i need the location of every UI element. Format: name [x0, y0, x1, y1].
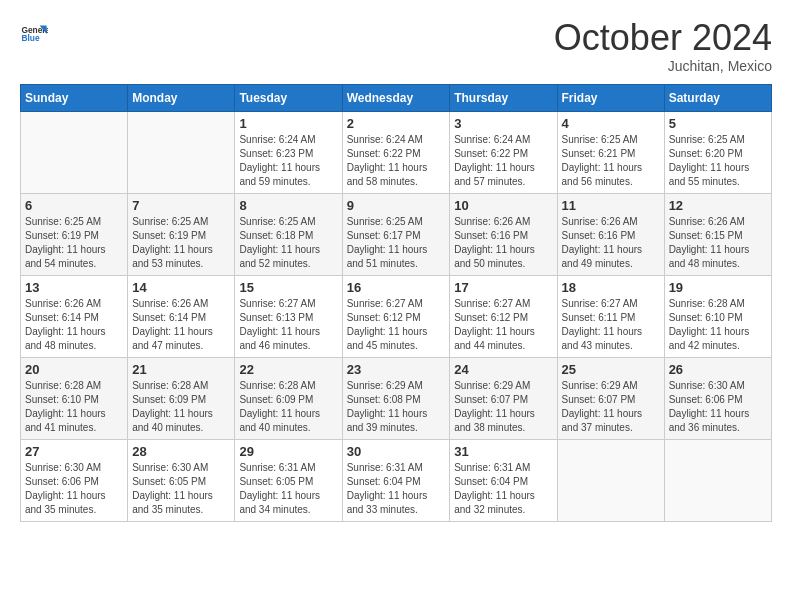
header-row: SundayMondayTuesdayWednesdayThursdayFrid… — [21, 85, 772, 112]
day-info: Sunrise: 6:25 AM Sunset: 6:18 PM Dayligh… — [239, 215, 337, 271]
day-info: Sunrise: 6:24 AM Sunset: 6:22 PM Dayligh… — [347, 133, 446, 189]
day-number: 30 — [347, 444, 446, 459]
day-info: Sunrise: 6:30 AM Sunset: 6:05 PM Dayligh… — [132, 461, 230, 517]
calendar-cell: 19Sunrise: 6:28 AM Sunset: 6:10 PM Dayli… — [664, 276, 771, 358]
col-header-sunday: Sunday — [21, 85, 128, 112]
calendar-week-1: 1Sunrise: 6:24 AM Sunset: 6:23 PM Daylig… — [21, 112, 772, 194]
day-info: Sunrise: 6:26 AM Sunset: 6:15 PM Dayligh… — [669, 215, 767, 271]
calendar-cell: 3Sunrise: 6:24 AM Sunset: 6:22 PM Daylig… — [450, 112, 557, 194]
day-info: Sunrise: 6:27 AM Sunset: 6:12 PM Dayligh… — [347, 297, 446, 353]
day-info: Sunrise: 6:25 AM Sunset: 6:17 PM Dayligh… — [347, 215, 446, 271]
day-number: 3 — [454, 116, 552, 131]
day-info: Sunrise: 6:29 AM Sunset: 6:08 PM Dayligh… — [347, 379, 446, 435]
calendar-cell: 6Sunrise: 6:25 AM Sunset: 6:19 PM Daylig… — [21, 194, 128, 276]
calendar-cell — [557, 440, 664, 522]
day-info: Sunrise: 6:28 AM Sunset: 6:10 PM Dayligh… — [25, 379, 123, 435]
calendar-cell — [128, 112, 235, 194]
month-title: October 2024 — [554, 20, 772, 56]
day-number: 2 — [347, 116, 446, 131]
calendar-body: 1Sunrise: 6:24 AM Sunset: 6:23 PM Daylig… — [21, 112, 772, 522]
day-number: 9 — [347, 198, 446, 213]
calendar-cell: 18Sunrise: 6:27 AM Sunset: 6:11 PM Dayli… — [557, 276, 664, 358]
calendar-cell: 11Sunrise: 6:26 AM Sunset: 6:16 PM Dayli… — [557, 194, 664, 276]
day-info: Sunrise: 6:31 AM Sunset: 6:04 PM Dayligh… — [454, 461, 552, 517]
day-number: 11 — [562, 198, 660, 213]
day-number: 31 — [454, 444, 552, 459]
day-info: Sunrise: 6:31 AM Sunset: 6:05 PM Dayligh… — [239, 461, 337, 517]
location-subtitle: Juchitan, Mexico — [554, 58, 772, 74]
calendar-cell: 2Sunrise: 6:24 AM Sunset: 6:22 PM Daylig… — [342, 112, 450, 194]
day-info: Sunrise: 6:28 AM Sunset: 6:09 PM Dayligh… — [132, 379, 230, 435]
day-number: 23 — [347, 362, 446, 377]
calendar-week-4: 20Sunrise: 6:28 AM Sunset: 6:10 PM Dayli… — [21, 358, 772, 440]
calendar-cell: 4Sunrise: 6:25 AM Sunset: 6:21 PM Daylig… — [557, 112, 664, 194]
day-info: Sunrise: 6:25 AM Sunset: 6:19 PM Dayligh… — [132, 215, 230, 271]
day-info: Sunrise: 6:24 AM Sunset: 6:23 PM Dayligh… — [239, 133, 337, 189]
calendar-week-5: 27Sunrise: 6:30 AM Sunset: 6:06 PM Dayli… — [21, 440, 772, 522]
calendar-cell: 10Sunrise: 6:26 AM Sunset: 6:16 PM Dayli… — [450, 194, 557, 276]
calendar-cell: 7Sunrise: 6:25 AM Sunset: 6:19 PM Daylig… — [128, 194, 235, 276]
day-info: Sunrise: 6:28 AM Sunset: 6:09 PM Dayligh… — [239, 379, 337, 435]
calendar-cell — [21, 112, 128, 194]
calendar-cell: 31Sunrise: 6:31 AM Sunset: 6:04 PM Dayli… — [450, 440, 557, 522]
day-number: 20 — [25, 362, 123, 377]
day-info: Sunrise: 6:30 AM Sunset: 6:06 PM Dayligh… — [25, 461, 123, 517]
calendar-cell: 15Sunrise: 6:27 AM Sunset: 6:13 PM Dayli… — [235, 276, 342, 358]
calendar-cell: 25Sunrise: 6:29 AM Sunset: 6:07 PM Dayli… — [557, 358, 664, 440]
col-header-thursday: Thursday — [450, 85, 557, 112]
day-number: 29 — [239, 444, 337, 459]
calendar-cell: 20Sunrise: 6:28 AM Sunset: 6:10 PM Dayli… — [21, 358, 128, 440]
day-info: Sunrise: 6:30 AM Sunset: 6:06 PM Dayligh… — [669, 379, 767, 435]
day-number: 13 — [25, 280, 123, 295]
col-header-saturday: Saturday — [664, 85, 771, 112]
col-header-monday: Monday — [128, 85, 235, 112]
calendar-cell: 12Sunrise: 6:26 AM Sunset: 6:15 PM Dayli… — [664, 194, 771, 276]
col-header-wednesday: Wednesday — [342, 85, 450, 112]
calendar-cell: 22Sunrise: 6:28 AM Sunset: 6:09 PM Dayli… — [235, 358, 342, 440]
calendar-cell — [664, 440, 771, 522]
calendar-cell: 1Sunrise: 6:24 AM Sunset: 6:23 PM Daylig… — [235, 112, 342, 194]
day-number: 14 — [132, 280, 230, 295]
calendar-header: SundayMondayTuesdayWednesdayThursdayFrid… — [21, 85, 772, 112]
day-info: Sunrise: 6:26 AM Sunset: 6:14 PM Dayligh… — [132, 297, 230, 353]
calendar-table: SundayMondayTuesdayWednesdayThursdayFrid… — [20, 84, 772, 522]
calendar-cell: 29Sunrise: 6:31 AM Sunset: 6:05 PM Dayli… — [235, 440, 342, 522]
day-number: 15 — [239, 280, 337, 295]
day-number: 27 — [25, 444, 123, 459]
day-number: 10 — [454, 198, 552, 213]
calendar-cell: 23Sunrise: 6:29 AM Sunset: 6:08 PM Dayli… — [342, 358, 450, 440]
day-number: 24 — [454, 362, 552, 377]
day-info: Sunrise: 6:28 AM Sunset: 6:10 PM Dayligh… — [669, 297, 767, 353]
calendar-cell: 26Sunrise: 6:30 AM Sunset: 6:06 PM Dayli… — [664, 358, 771, 440]
day-info: Sunrise: 6:25 AM Sunset: 6:19 PM Dayligh… — [25, 215, 123, 271]
title-section: October 2024 Juchitan, Mexico — [554, 20, 772, 74]
day-info: Sunrise: 6:24 AM Sunset: 6:22 PM Dayligh… — [454, 133, 552, 189]
day-number: 21 — [132, 362, 230, 377]
day-number: 4 — [562, 116, 660, 131]
calendar-cell: 21Sunrise: 6:28 AM Sunset: 6:09 PM Dayli… — [128, 358, 235, 440]
day-number: 22 — [239, 362, 337, 377]
logo-icon: General Blue — [20, 20, 48, 48]
calendar-cell: 16Sunrise: 6:27 AM Sunset: 6:12 PM Dayli… — [342, 276, 450, 358]
col-header-tuesday: Tuesday — [235, 85, 342, 112]
day-info: Sunrise: 6:29 AM Sunset: 6:07 PM Dayligh… — [454, 379, 552, 435]
day-info: Sunrise: 6:27 AM Sunset: 6:12 PM Dayligh… — [454, 297, 552, 353]
day-number: 26 — [669, 362, 767, 377]
logo: General Blue — [20, 20, 48, 48]
calendar-week-3: 13Sunrise: 6:26 AM Sunset: 6:14 PM Dayli… — [21, 276, 772, 358]
col-header-friday: Friday — [557, 85, 664, 112]
day-number: 5 — [669, 116, 767, 131]
day-number: 1 — [239, 116, 337, 131]
calendar-cell: 13Sunrise: 6:26 AM Sunset: 6:14 PM Dayli… — [21, 276, 128, 358]
day-info: Sunrise: 6:29 AM Sunset: 6:07 PM Dayligh… — [562, 379, 660, 435]
day-info: Sunrise: 6:25 AM Sunset: 6:21 PM Dayligh… — [562, 133, 660, 189]
day-number: 16 — [347, 280, 446, 295]
calendar-cell: 30Sunrise: 6:31 AM Sunset: 6:04 PM Dayli… — [342, 440, 450, 522]
day-info: Sunrise: 6:25 AM Sunset: 6:20 PM Dayligh… — [669, 133, 767, 189]
calendar-cell: 24Sunrise: 6:29 AM Sunset: 6:07 PM Dayli… — [450, 358, 557, 440]
calendar-cell: 8Sunrise: 6:25 AM Sunset: 6:18 PM Daylig… — [235, 194, 342, 276]
day-number: 17 — [454, 280, 552, 295]
calendar-cell: 27Sunrise: 6:30 AM Sunset: 6:06 PM Dayli… — [21, 440, 128, 522]
day-number: 19 — [669, 280, 767, 295]
day-number: 12 — [669, 198, 767, 213]
